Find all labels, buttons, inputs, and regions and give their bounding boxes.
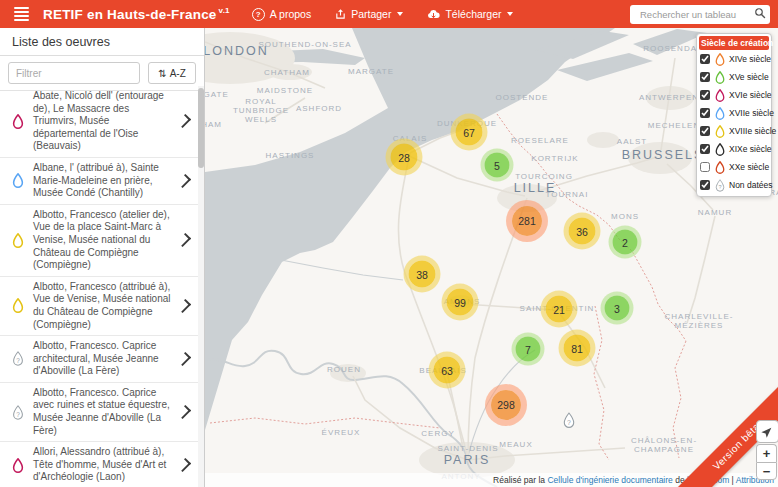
legend-checkbox[interactable] — [700, 54, 710, 64]
app-title-text: RETIF en Hauts-de-France — [43, 7, 217, 22]
sort-label: A-Z — [170, 68, 186, 79]
century-drop-icon — [9, 113, 26, 130]
city-label: OOSTENDE — [496, 94, 549, 103]
legend-panel: Siècle de création XIVe siècle XVe siècl… — [696, 33, 772, 197]
sort-button[interactable]: ⇅A-Z — [148, 62, 196, 84]
scrollbar-thumb[interactable] — [198, 88, 204, 168]
city-label: ROUEN — [327, 366, 361, 375]
city-label: TOURNAI — [546, 191, 589, 200]
undated-marker[interactable]: ? — [562, 411, 577, 430]
cluster-marker[interactable]: 28 — [391, 144, 418, 171]
search-input[interactable] — [638, 8, 754, 21]
app-root: RETIF en Hauts-de-Francev.1 ? A propos P… — [0, 0, 778, 487]
svg-text:?: ? — [718, 184, 721, 190]
cluster-marker[interactable]: 3 — [605, 296, 630, 321]
legend-drop-icon — [713, 124, 726, 139]
filter-input[interactable] — [8, 62, 140, 84]
menu-icon[interactable] — [14, 7, 29, 21]
legend-checkbox[interactable] — [700, 144, 710, 154]
city-label: CALAIS — [393, 135, 427, 144]
cluster-marker[interactable]: 5 — [485, 153, 510, 178]
search-icon[interactable] — [754, 5, 766, 23]
work-list-item[interactable]: Albotto, Francesco (attribué à), Vue de … — [0, 277, 198, 336]
city-label: NAMUR — [698, 209, 732, 218]
zoom-in-button[interactable]: + — [756, 444, 777, 462]
legend-drop-icon — [713, 70, 726, 85]
legend-checkbox[interactable] — [700, 180, 710, 190]
nav-item[interactable]: Partager — [335, 8, 403, 20]
legend-label: XVIIIe siècle — [729, 126, 776, 136]
work-list-item[interactable]: ? Albotto, Francesco. Caprice avec ruine… — [0, 383, 198, 442]
city-label: MECHELEN — [648, 122, 700, 131]
city-label: BRUSSELS — [622, 149, 705, 163]
city-label: SAINT-DENIS — [437, 445, 498, 454]
legend-item: XIVe siècle — [699, 50, 769, 68]
legend-checkbox[interactable] — [700, 90, 710, 100]
chevron-right-icon — [177, 233, 191, 247]
search-box — [630, 5, 770, 24]
city-label: HASTINGS — [266, 152, 315, 161]
work-list-item[interactable]: Albane, l' (attribué à), Sainte Marie-Ma… — [0, 158, 198, 205]
svg-text:?: ? — [567, 419, 571, 426]
app-title: RETIF en Hauts-de-Francev.1 — [43, 6, 230, 22]
century-drop-icon: ? — [9, 350, 26, 367]
city-label: ROESELARE — [511, 137, 569, 146]
century-drop-icon — [9, 232, 26, 249]
legend-label: Non datées — [729, 180, 772, 190]
work-title: Albotto, Francesco (atelier de), Vue de … — [33, 209, 171, 272]
work-list-item[interactable]: Allori, Alessandro (attribué à), Tête d'… — [0, 442, 198, 487]
svg-text:?: ? — [16, 410, 20, 417]
legend-item: XVIIIe siècle — [699, 122, 769, 140]
work-list-item[interactable]: Albotto, Francesco (atelier de), Vue de … — [0, 205, 198, 277]
legend-checkbox[interactable] — [700, 162, 710, 172]
map-canvas[interactable]: LONDONSOUTHEND-ON-SEACHATHAMMARGATEMAIDS… — [205, 28, 778, 487]
cluster-marker[interactable]: 7 — [516, 337, 541, 362]
cluster-marker[interactable]: 38 — [409, 261, 436, 288]
city-label: ANTWERPEN — [639, 94, 699, 103]
work-title: Allori, Alessandro (attribué à), Tête d'… — [33, 446, 171, 484]
cluster-marker[interactable]: 67 — [456, 119, 483, 146]
locate-button[interactable] — [756, 420, 778, 443]
work-title: Albotto, Francesco (attribué à), Vue de … — [33, 281, 171, 331]
cluster-marker[interactable]: 99 — [447, 289, 474, 316]
cluster-marker[interactable]: 298 — [491, 390, 521, 420]
century-drop-icon: ? — [9, 404, 26, 421]
cluster-marker[interactable]: 36 — [569, 218, 596, 245]
nav-item[interactable]: Télécharger — [427, 8, 513, 20]
legend-checkbox[interactable] — [700, 108, 710, 118]
chevron-right-icon — [177, 405, 191, 419]
city-label: CHARLEVILLE-MÉZIÈRES — [660, 313, 739, 331]
works-list: Abate, Nicoló dell' (entourage de), Le M… — [0, 86, 198, 487]
chevron-right-icon — [177, 352, 191, 366]
zoom-out-button[interactable]: − — [756, 462, 777, 480]
city-label: MEAUX — [499, 441, 532, 450]
legend-label: XVIe siècle — [729, 90, 772, 100]
legend-checkbox[interactable] — [700, 126, 710, 136]
sidebar-scrollbar[interactable] — [198, 86, 204, 487]
cluster-marker[interactable]: 81 — [564, 335, 591, 362]
work-list-item[interactable]: ? Albotto, Francesco. Caprice architectu… — [0, 336, 198, 383]
chevron-down-icon — [397, 12, 403, 16]
app-version: v.1 — [219, 6, 230, 15]
legend-item: XVIe siècle — [699, 86, 769, 104]
city-label: REIGATE — [205, 91, 229, 100]
cluster-marker[interactable]: 2 — [613, 230, 638, 255]
work-list-item[interactable]: Abate, Nicoló dell' (entourage de), Le M… — [0, 86, 198, 158]
chevron-right-icon — [177, 458, 191, 472]
city-label: CHATHAM — [264, 69, 310, 78]
legend-items: XIVe siècle XVe siècle XVIe siècle XVIIe… — [699, 50, 769, 194]
legend-checkbox[interactable] — [700, 72, 710, 82]
legend-title: Siècle de création — [699, 36, 769, 50]
legend-drop-icon — [713, 160, 726, 175]
cluster-marker[interactable]: 21 — [546, 296, 573, 323]
century-drop-icon — [9, 457, 26, 474]
century-drop-icon — [9, 297, 26, 314]
attribution-link-cellule[interactable]: Cellule d'ingénierie documentaire — [547, 475, 672, 485]
legend-item: XXe siècle — [699, 158, 769, 176]
city-label: HORSHAM — [205, 121, 222, 130]
legend-drop-icon — [713, 88, 726, 103]
nav-item[interactable]: ? A propos — [252, 7, 311, 21]
cluster-marker[interactable]: 281 — [512, 206, 542, 236]
city-label: PARIS — [444, 454, 491, 468]
cluster-marker[interactable]: 63 — [434, 357, 461, 384]
